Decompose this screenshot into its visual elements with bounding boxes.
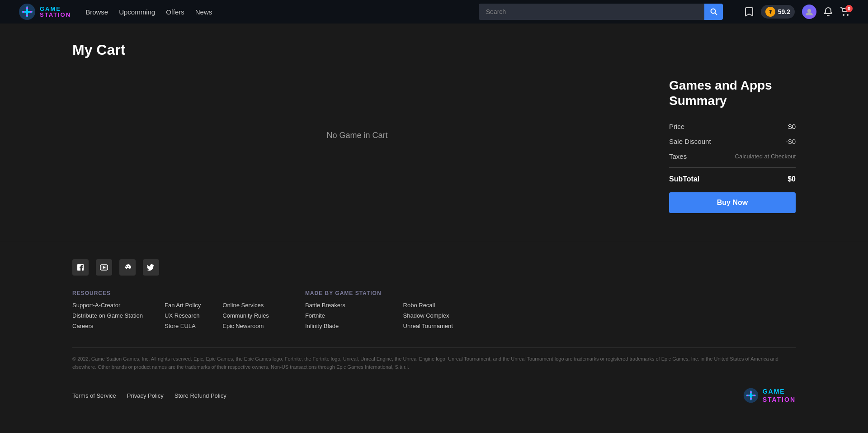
svg-point-5 [26, 7, 28, 9]
svg-point-18 [753, 395, 755, 396]
footer-online-services[interactable]: Online Services [222, 302, 269, 309]
made-by-col2: - Robo Recall Shadow Complex Unreal Tour… [403, 290, 453, 333]
svg-point-19 [750, 391, 752, 393]
search-input[interactable] [479, 4, 705, 20]
footer-fortnite[interactable]: Fortnite [305, 312, 382, 319]
footer-careers[interactable]: Careers [72, 323, 143, 329]
taxes-label: Taxes [669, 152, 687, 160]
svg-point-10 [843, 14, 844, 16]
discount-value: -$0 [786, 138, 796, 145]
svg-line-8 [715, 13, 717, 15]
refund-policy-link[interactable]: Store Refund Policy [175, 392, 226, 399]
privacy-policy-link[interactable]: Privacy Policy [127, 392, 164, 399]
facebook-icon [76, 263, 85, 271]
footer-copyright: © 2022, Game Station Games, Inc. All rig… [72, 355, 796, 371]
summary-title: Games and Apps Summary [669, 78, 796, 108]
svg-point-6 [26, 14, 28, 16]
svg-point-3 [23, 11, 24, 13]
discord-link[interactable] [119, 259, 136, 276]
header-actions: ₮ 59.2 0 [745, 5, 850, 19]
taxes-value: Calculated at Checkout [735, 153, 796, 160]
twitter-link[interactable] [143, 259, 159, 276]
logo-icon [18, 3, 36, 21]
footer-logo-game: GAME [763, 388, 785, 395]
summary-divider [669, 167, 796, 168]
footer-logo-icon [743, 387, 759, 404]
price-label: Price [669, 123, 684, 130]
cart-count-badge: 0 [845, 5, 853, 12]
youtube-icon [100, 263, 108, 271]
discount-label: Sale Discount [669, 138, 711, 145]
resources-col3: - Online Services Community Rules Epic N… [222, 290, 269, 333]
logo[interactable]: GAME STATION [18, 3, 71, 21]
svg-point-11 [847, 14, 849, 16]
made-by-header: Made By Game Station [305, 290, 382, 296]
footer-unreal-tournament[interactable]: Unreal Tournament [403, 323, 453, 329]
avatar [802, 5, 816, 19]
bookmark-button[interactable] [745, 7, 754, 17]
search-area [479, 4, 723, 20]
made-by-col1: Made By Game Station Battle Breakers For… [305, 290, 382, 333]
discord-icon [123, 263, 132, 271]
subtotal-row: SubTotal $0 [669, 175, 796, 183]
terms-of-service-link[interactable]: Terms of Service [72, 392, 116, 399]
coin-icon: ₮ [765, 7, 775, 17]
nav-news[interactable]: News [195, 8, 212, 16]
bell-icon [824, 7, 833, 17]
resources-col1: Resources Support-A-Creator Distribute o… [72, 290, 143, 333]
social-icons [72, 259, 796, 276]
footer-community-rules[interactable]: Community Rules [222, 312, 269, 319]
footer-epic-newsroom[interactable]: Epic Newsroom [222, 323, 269, 329]
summary-section: Games and Apps Summary Price $0 Sale Dis… [669, 42, 796, 214]
avatar-icon [805, 7, 814, 16]
header: GAME STATION Browse Upcomming Offers New… [0, 0, 868, 24]
taxes-row: Taxes Calculated at Checkout [669, 152, 796, 160]
footer-support-a-creator[interactable]: Support-A-Creator [72, 302, 143, 309]
nav-upcomming[interactable]: Upcomming [119, 8, 155, 16]
nav-offers[interactable]: Offers [166, 8, 184, 16]
footer-divider [72, 347, 796, 348]
cart-button[interactable]: 0 [840, 7, 850, 17]
search-icon [710, 8, 717, 15]
discount-row: Sale Discount -$0 [669, 138, 796, 145]
subtotal-label: SubTotal [669, 175, 699, 183]
empty-cart-message: No Game in Cart [72, 76, 642, 194]
footer-legal-links: Terms of Service Privacy Policy Store Re… [72, 392, 226, 399]
footer-shadow-complex[interactable]: Shadow Complex [403, 312, 453, 319]
svg-point-7 [711, 9, 715, 14]
search-button[interactable] [704, 4, 723, 20]
youtube-link[interactable] [96, 259, 112, 276]
subtotal-value: $0 [788, 175, 796, 183]
footer-logo[interactable]: GAME STATION [743, 387, 796, 404]
footer-battle-breakers[interactable]: Battle Breakers [305, 302, 382, 309]
logo-text: GAME STATION [40, 6, 71, 18]
bookmark-icon [745, 7, 754, 17]
logo-station-text: STATION [40, 12, 71, 18]
footer-ux-research[interactable]: UX Research [165, 312, 201, 319]
footer-logo-station: STATION [763, 396, 796, 403]
price-row: Price $0 [669, 123, 796, 130]
footer-distribute[interactable]: Distribute on Game Station [72, 312, 143, 319]
svg-point-20 [750, 398, 752, 400]
footer-bottom: Terms of Service Privacy Policy Store Re… [72, 380, 796, 414]
main-content: My Cart No Game in Cart Games and Apps S… [0, 24, 868, 241]
svg-point-17 [747, 395, 749, 396]
footer-fan-art-policy[interactable]: Fan Art Policy [165, 302, 201, 309]
nav-links: Browse Upcomming Offers News [85, 8, 212, 16]
twitter-icon [147, 263, 155, 271]
footer-store-eula[interactable]: Store EULA [165, 323, 201, 329]
footer-robo-recall[interactable]: Robo Recall [403, 302, 453, 309]
notification-button[interactable] [824, 7, 833, 17]
buy-now-button[interactable]: Buy Now [669, 192, 796, 213]
resources-header: Resources [72, 290, 143, 296]
svg-point-4 [30, 11, 32, 13]
footer-logo-text: GAME STATION [763, 387, 796, 404]
coins-badge[interactable]: ₮ 59.2 [761, 5, 795, 19]
nav-browse[interactable]: Browse [85, 8, 108, 16]
facebook-link[interactable] [72, 259, 89, 276]
coin-value: 59.2 [778, 8, 790, 15]
footer-infinity-blade[interactable]: Infinity Blade [305, 323, 382, 329]
price-value: $0 [788, 123, 796, 130]
footer: Resources Support-A-Creator Distribute o… [0, 241, 868, 414]
avatar-button[interactable] [802, 5, 816, 19]
